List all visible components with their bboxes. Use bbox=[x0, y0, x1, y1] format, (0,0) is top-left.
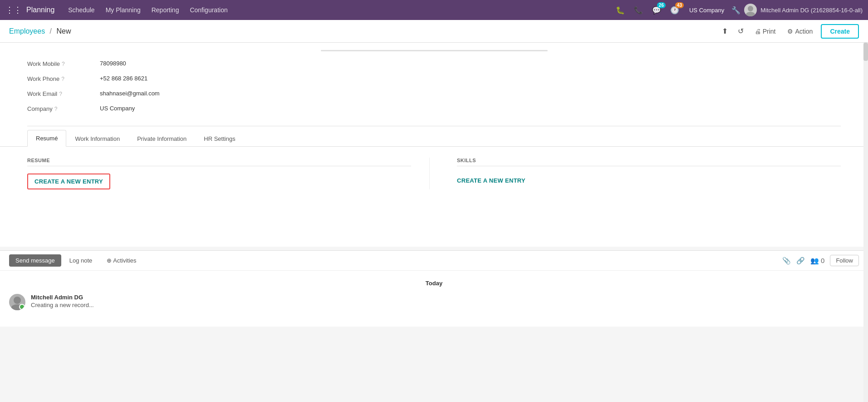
company-value[interactable]: US Company bbox=[100, 104, 841, 113]
field-row-work-phone: Work Phone ? +52 868 286 8621 bbox=[27, 74, 841, 83]
scrollbar-track[interactable] bbox=[863, 43, 868, 402]
work-mobile-label: Work Mobile ? bbox=[27, 59, 100, 67]
printer-icon: 🖨 bbox=[755, 28, 761, 35]
feed-date-divider: Today bbox=[9, 280, 859, 287]
settings-icon[interactable]: 🔧 bbox=[731, 6, 740, 15]
work-mobile-value[interactable]: 78098980 bbox=[100, 59, 841, 68]
nav-my-planning[interactable]: My Planning bbox=[101, 4, 145, 16]
breadcrumb-separator: / bbox=[50, 27, 54, 35]
company-label: Company ? bbox=[27, 104, 100, 112]
nav-reporting[interactable]: Reporting bbox=[147, 4, 184, 16]
follow-button[interactable]: Follow bbox=[830, 255, 859, 266]
action-button[interactable]: ⚙ Action bbox=[784, 26, 816, 37]
feed-avatar bbox=[9, 294, 25, 310]
help-icon-mobile[interactable]: ? bbox=[62, 61, 65, 67]
tab-resume[interactable]: Resumé bbox=[27, 130, 66, 147]
activities-icon: ⊕ bbox=[107, 257, 113, 264]
nav-configuration[interactable]: Configuration bbox=[185, 4, 232, 16]
avatar[interactable] bbox=[744, 4, 757, 16]
tab-content-resume: RESUME CREATE A NEW ENTRY SKILLS CREATE … bbox=[0, 147, 868, 247]
work-email-value[interactable]: shahnasei@gmail.com bbox=[100, 89, 841, 98]
tab-work-information[interactable]: Work Information bbox=[66, 130, 128, 147]
field-row-company: Company ? US Company bbox=[27, 104, 841, 113]
topnav-right: 🐛 📞 💬 26 🕐 43 US Company 🔧 Mitchell Admi… bbox=[613, 4, 863, 16]
work-email-label: Work Email ? bbox=[27, 89, 100, 97]
breadcrumb-actions: ⬆ ↺ 🖨 Print ⚙ Action Create bbox=[719, 24, 859, 39]
breadcrumb: Employees / New bbox=[9, 27, 71, 35]
tab-columns: RESUME CREATE A NEW ENTRY SKILLS CREATE … bbox=[27, 158, 841, 189]
tabs-bar: Resumé Work Information Private Informat… bbox=[0, 130, 868, 147]
app-name[interactable]: Planning bbox=[26, 6, 54, 14]
field-row-work-email: Work Email ? shahnasei@gmail.com bbox=[27, 89, 841, 98]
upload-icon[interactable]: ⬆ bbox=[719, 25, 731, 37]
chat-badge: 26 bbox=[657, 2, 666, 8]
company-name[interactable]: US Company bbox=[686, 7, 728, 14]
work-phone-label: Work Phone ? bbox=[27, 74, 100, 82]
help-icon-email[interactable]: ? bbox=[59, 91, 62, 97]
field-row-work-mobile: Work Mobile ? 78098980 bbox=[27, 59, 841, 68]
field-section: Work Mobile ? 78098980 Work Phone ? +52 … bbox=[0, 43, 868, 126]
breadcrumb-parent[interactable]: Employees bbox=[9, 27, 45, 35]
feed-body: Mitchell Admin DG Creating a new record.… bbox=[31, 294, 859, 310]
form-card: Work Mobile ? 78098980 Work Phone ? +52 … bbox=[0, 43, 868, 247]
gear-icon: ⚙ bbox=[787, 28, 793, 35]
send-message-tab[interactable]: Send message bbox=[9, 254, 61, 267]
help-icon-phone[interactable]: ? bbox=[61, 76, 64, 82]
svg-point-1 bbox=[746, 12, 755, 16]
scrollbar-thumb[interactable] bbox=[863, 43, 868, 61]
tab-private-information[interactable]: Private Information bbox=[128, 130, 195, 147]
log-note-tab[interactable]: Log note bbox=[63, 254, 99, 267]
breadcrumb-bar: Employees / New ⬆ ↺ 🖨 Print ⚙ Action Cre… bbox=[0, 20, 868, 43]
chat-icon[interactable]: 💬 26 bbox=[649, 4, 664, 16]
activities-tab[interactable]: ⊕ Activities bbox=[100, 254, 142, 267]
message-feed: Today Mitchell Admin DG Creating a new r… bbox=[0, 271, 868, 327]
refresh-icon[interactable]: ↺ bbox=[735, 25, 746, 37]
nav-schedule[interactable]: Schedule bbox=[64, 4, 99, 16]
svg-point-2 bbox=[14, 297, 21, 304]
activity-icon[interactable]: 🕐 43 bbox=[667, 4, 682, 16]
main-content: Work Mobile ? 78098980 Work Phone ? +52 … bbox=[0, 43, 868, 402]
feed-author: Mitchell Admin DG bbox=[31, 294, 859, 301]
create-skills-entry-button[interactable]: CREATE A NEW ENTRY bbox=[457, 174, 525, 188]
tab-hr-settings[interactable]: HR Settings bbox=[195, 130, 244, 147]
grid-icon[interactable]: ⋮⋮ bbox=[5, 5, 22, 15]
resume-section-title: RESUME bbox=[27, 158, 411, 166]
activity-badge: 43 bbox=[675, 2, 684, 8]
followers-icon[interactable]: 👥 0 bbox=[810, 257, 825, 265]
phone-icon[interactable]: 📞 bbox=[631, 4, 646, 16]
bug-icon[interactable]: 🐛 bbox=[613, 4, 628, 16]
create-button[interactable]: Create bbox=[821, 24, 859, 39]
attachment-icon[interactable]: 📎 bbox=[782, 257, 791, 265]
resume-column: RESUME CREATE A NEW ENTRY bbox=[27, 158, 430, 189]
section-divider bbox=[27, 126, 841, 126]
svg-point-3 bbox=[11, 304, 23, 310]
message-tabs-bar: Send message Log note ⊕ Activities 📎 🔗 👥… bbox=[0, 251, 868, 271]
help-icon-company[interactable]: ? bbox=[54, 106, 58, 112]
feed-text: Creating a new record... bbox=[31, 302, 859, 308]
paperclip-icon[interactable]: 🔗 bbox=[796, 257, 805, 265]
svg-point-0 bbox=[748, 6, 753, 11]
skills-section-title: SKILLS bbox=[457, 158, 841, 166]
message-section: Send message Log note ⊕ Activities 📎 🔗 👥… bbox=[0, 250, 868, 327]
print-button[interactable]: 🖨 Print bbox=[751, 26, 780, 37]
work-phone-value[interactable]: +52 868 286 8621 bbox=[100, 74, 841, 83]
followers-count: 0 bbox=[821, 257, 824, 264]
feed-item: Mitchell Admin DG Creating a new record.… bbox=[9, 294, 859, 310]
top-navigation: ⋮⋮ Planning Schedule My Planning Reporti… bbox=[0, 0, 868, 20]
create-resume-entry-button[interactable]: CREATE A NEW ENTRY bbox=[27, 174, 110, 189]
skills-column: SKILLS CREATE A NEW ENTRY bbox=[430, 158, 841, 189]
user-name[interactable]: Mitchell Admin DG (21628854-16-0-all) bbox=[760, 7, 863, 14]
breadcrumb-current: New bbox=[57, 27, 71, 35]
message-right-icons: 📎 🔗 👥 0 Follow bbox=[782, 255, 859, 266]
